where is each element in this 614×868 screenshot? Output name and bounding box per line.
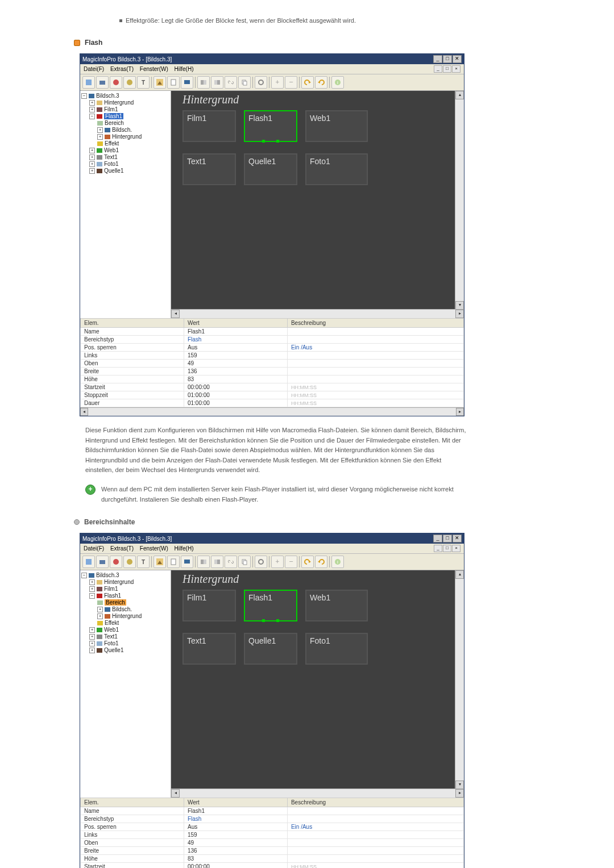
table-row[interactable]: Oben49 bbox=[81, 360, 464, 368]
tool-link-icon[interactable] bbox=[225, 556, 237, 568]
tool-gear-icon[interactable] bbox=[123, 556, 136, 568]
tool-image-icon[interactable] bbox=[154, 556, 166, 568]
tree-quelle1[interactable]: Quelle1 bbox=[104, 168, 123, 174]
block-web1[interactable]: Web1 bbox=[305, 110, 368, 142]
prop-wert[interactable]: Flash1 bbox=[184, 807, 287, 815]
close-button[interactable]: ✕ bbox=[453, 55, 462, 63]
menu-datei[interactable]: Datei(F) bbox=[84, 545, 104, 552]
properties-scrollbar[interactable]: ◂ ▸ bbox=[80, 407, 464, 416]
scroll-right-icon[interactable]: ▸ bbox=[455, 310, 464, 318]
tool-open-icon[interactable] bbox=[96, 556, 109, 568]
tree-bereich[interactable]: Bereich bbox=[105, 599, 126, 606]
table-row[interactable]: Pos. sperrenAusEin /Aus bbox=[81, 823, 464, 831]
canvas[interactable]: Hintergrund Film1 Flash1 Web1 Text1 Quel… bbox=[171, 570, 464, 798]
block-flash1[interactable]: Flash1 bbox=[244, 110, 297, 142]
scroll-left-icon[interactable]: ◂ bbox=[80, 408, 88, 416]
tree-film1[interactable]: Film1 bbox=[104, 586, 118, 592]
horizontal-scrollbar[interactable]: ◂ ▸ bbox=[171, 309, 464, 318]
tool-new-icon[interactable] bbox=[82, 76, 95, 89]
block-flash1[interactable]: Flash1 bbox=[244, 590, 297, 621]
menu-fenster[interactable]: Fenster(W) bbox=[140, 66, 168, 72]
table-row[interactable]: Links159 bbox=[81, 831, 464, 839]
tree-bildsch[interactable]: Bildsch. bbox=[112, 127, 132, 133]
menu-extras[interactable]: Extras(T) bbox=[110, 545, 134, 552]
prop-wert[interactable]: 01:00:00 bbox=[184, 391, 287, 399]
prop-wert[interactable]: 49 bbox=[184, 839, 287, 847]
tree-film1[interactable]: Film1 bbox=[104, 106, 118, 112]
prop-wert[interactable]: 01:00:00 bbox=[184, 399, 287, 407]
canvas[interactable]: Hintergrund Film1 Flash1 Web1 Text1 Quel… bbox=[171, 91, 464, 318]
tool-info-icon[interactable]: i bbox=[331, 556, 344, 568]
table-row[interactable]: BereichstypFlash bbox=[81, 336, 464, 344]
tool-gear-icon[interactable] bbox=[123, 76, 136, 89]
block-quelle1[interactable]: Quelle1 bbox=[244, 153, 297, 185]
tree-text1[interactable]: Text1 bbox=[104, 154, 118, 160]
prop-wert[interactable]: 159 bbox=[184, 352, 287, 360]
tool-text-icon[interactable]: T bbox=[137, 76, 150, 89]
tool-copy-icon[interactable] bbox=[238, 76, 251, 89]
tool-save-icon[interactable] bbox=[110, 556, 122, 568]
table-row[interactable]: Breite136 bbox=[81, 847, 464, 855]
tree-text1[interactable]: Text1 bbox=[104, 633, 118, 640]
tool-zoomout-icon[interactable]: − bbox=[285, 76, 297, 89]
tool-groupright-icon[interactable] bbox=[211, 76, 223, 89]
menu-hilfe[interactable]: Hilfe(H) bbox=[175, 66, 194, 72]
vertical-scrollbar[interactable]: ▴ ▾ bbox=[455, 91, 464, 310]
close-button[interactable]: ✕ bbox=[453, 535, 462, 542]
minimize-button[interactable]: _ bbox=[433, 535, 442, 542]
tool-info-icon[interactable]: i bbox=[331, 76, 344, 89]
prop-wert[interactable]: 83 bbox=[184, 855, 287, 863]
block-foto1[interactable]: Foto1 bbox=[305, 633, 368, 665]
block-foto1[interactable]: Foto1 bbox=[305, 153, 368, 185]
tool-zoomin-icon[interactable]: + bbox=[271, 556, 284, 568]
table-row[interactable]: Höhe83 bbox=[81, 855, 464, 863]
tree-foto1[interactable]: Foto1 bbox=[104, 161, 119, 167]
tool-redo-icon[interactable] bbox=[315, 76, 327, 89]
menu-hilfe[interactable]: Hilfe(H) bbox=[175, 545, 194, 552]
tool-new-icon[interactable] bbox=[82, 556, 95, 568]
col-beschreibung[interactable]: Beschreibung bbox=[287, 319, 463, 328]
menu-fenster[interactable]: Fenster(W) bbox=[140, 545, 168, 552]
tree-effekt[interactable]: Effekt bbox=[105, 620, 119, 626]
mdi-close-button[interactable]: × bbox=[452, 65, 460, 73]
tool-groupleft-icon[interactable] bbox=[197, 76, 210, 89]
block-film1[interactable]: Film1 bbox=[182, 590, 236, 621]
col-elem[interactable]: Elem. bbox=[81, 319, 184, 328]
prop-wert[interactable]: Flash bbox=[184, 336, 287, 344]
col-elem[interactable]: Elem. bbox=[81, 798, 184, 807]
block-web1[interactable]: Web1 bbox=[305, 590, 368, 621]
table-row[interactable]: Breite136 bbox=[81, 368, 464, 375]
tree-root[interactable]: Bildsch.3 bbox=[96, 93, 119, 99]
tool-undo-icon[interactable] bbox=[301, 76, 314, 89]
scroll-right-icon[interactable]: ▸ bbox=[456, 408, 464, 416]
mdi-max-button[interactable]: □ bbox=[443, 65, 451, 73]
table-row[interactable]: Stoppzeit01:00:00HH:MM:SS bbox=[81, 391, 464, 399]
prop-wert[interactable]: 49 bbox=[184, 360, 287, 368]
prop-wert[interactable]: Flash1 bbox=[184, 328, 287, 336]
block-text1[interactable]: Text1 bbox=[182, 153, 236, 185]
scroll-up-icon[interactable]: ▴ bbox=[455, 91, 464, 99]
tree-hintergrund2[interactable]: Hintergrund bbox=[112, 613, 142, 619]
tool-gear2-icon[interactable] bbox=[255, 76, 267, 89]
tool-copy-icon[interactable] bbox=[238, 556, 251, 568]
scroll-right-icon[interactable]: ▸ bbox=[455, 789, 464, 798]
prop-wert[interactable]: 136 bbox=[184, 368, 287, 375]
table-row[interactable]: Startzeit00:00:00HH:MM:SS bbox=[81, 863, 464, 868]
minimize-button[interactable]: _ bbox=[433, 55, 442, 63]
tree-foto1[interactable]: Foto1 bbox=[104, 640, 119, 646]
tool-save-icon[interactable] bbox=[110, 76, 122, 89]
tool-page-icon[interactable] bbox=[167, 76, 180, 89]
table-row[interactable]: Dauer01:00:00HH:MM:SS bbox=[81, 399, 464, 407]
block-quelle1[interactable]: Quelle1 bbox=[244, 633, 297, 665]
tree-flash1[interactable]: Flash1 bbox=[104, 592, 121, 599]
prop-wert[interactable]: 00:00:00 bbox=[184, 863, 287, 868]
tool-page-icon[interactable] bbox=[167, 556, 180, 568]
tool-groupright-icon[interactable] bbox=[211, 556, 223, 568]
block-text1[interactable]: Text1 bbox=[182, 633, 236, 665]
prop-wert[interactable]: 136 bbox=[184, 847, 287, 855]
tree-quelle1[interactable]: Quelle1 bbox=[104, 647, 123, 653]
mdi-close-button[interactable]: × bbox=[452, 545, 460, 552]
mdi-max-button[interactable]: □ bbox=[443, 545, 451, 552]
scroll-down-icon[interactable]: ▾ bbox=[455, 301, 464, 310]
menu-datei[interactable]: Datei(F) bbox=[84, 66, 104, 72]
